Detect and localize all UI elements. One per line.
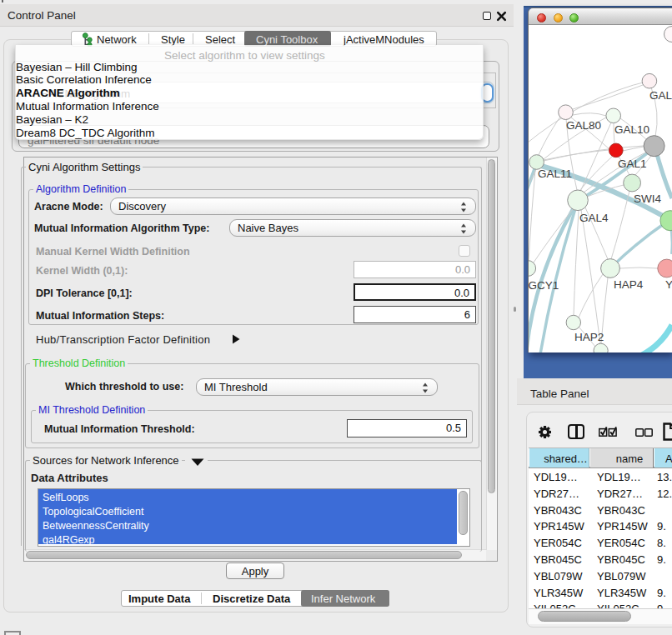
svg-text:GAL4: GAL4 [579, 212, 609, 224]
svg-text:HAP4: HAP4 [614, 278, 644, 291]
svg-text:GAL10: GAL10 [614, 123, 649, 136]
svg-text:GAL1: GAL1 [618, 158, 647, 170]
svg-text:SWI4: SWI4 [634, 192, 661, 205]
svg-text:GAL80: GAL80 [566, 119, 601, 132]
svg-text:GCY1: GCY1 [529, 279, 559, 292]
svg-text:HAP2: HAP2 [574, 331, 604, 343]
svg-text:GAL2: GAL2 [649, 89, 672, 102]
svg-text:GAL11: GAL11 [538, 168, 572, 180]
svg-text:YD: YD [665, 278, 672, 291]
